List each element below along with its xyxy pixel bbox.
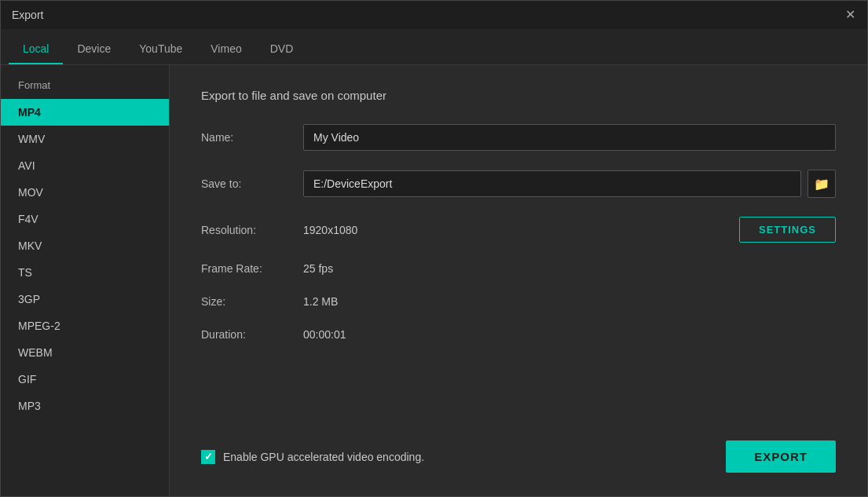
sidebar-header: Format — [1, 79, 169, 99]
save-to-row: Save to: 📁 — [201, 170, 836, 198]
sidebar-item-mp4[interactable]: MP4 — [1, 99, 169, 126]
sidebar-item-mov[interactable]: MOV — [1, 179, 169, 206]
export-button[interactable]: EXPORT — [726, 440, 836, 473]
duration-label: Duration: — [201, 328, 303, 341]
sidebar-item-gif[interactable]: GIF — [1, 366, 169, 393]
gpu-label: Enable GPU accelerated video encoding. — [223, 451, 424, 463]
export-window: Export ✕ Local Device YouTube Vimeo DVD … — [0, 0, 868, 497]
name-label: Name: — [201, 131, 303, 144]
sidebar-item-3gp[interactable]: 3GP — [1, 286, 169, 312]
save-to-control: 📁 — [303, 170, 836, 198]
title-bar: Export ✕ — [1, 1, 867, 29]
sidebar-item-mp3[interactable]: MP3 — [1, 393, 169, 419]
save-to-label: Save to: — [201, 177, 303, 190]
frame-rate-label: Frame Rate: — [201, 262, 303, 275]
sidebar-item-f4v[interactable]: F4V — [1, 206, 169, 232]
duration-control: 00:00:01 — [303, 327, 836, 342]
gpu-row: ✓ Enable GPU accelerated video encoding. — [201, 450, 424, 464]
section-title: Export to file and save on computer — [201, 89, 836, 102]
resolution-value: 1920x1080 — [303, 224, 727, 236]
tab-vimeo[interactable]: Vimeo — [196, 35, 255, 64]
size-value: 1.2 MB — [303, 295, 338, 308]
resolution-label: Resolution: — [201, 224, 303, 236]
tab-dvd[interactable]: DVD — [256, 35, 308, 64]
size-control: 1.2 MB — [303, 294, 836, 309]
folder-icon: 📁 — [814, 177, 830, 192]
size-label: Size: — [201, 295, 303, 308]
sidebar-item-wmv[interactable]: WMV — [1, 126, 169, 152]
name-control — [303, 124, 836, 151]
sidebar-item-webm[interactable]: WEBM — [1, 339, 169, 366]
tab-bar: Local Device YouTube Vimeo DVD — [1, 29, 867, 65]
name-input[interactable] — [303, 124, 836, 151]
footer: ✓ Enable GPU accelerated video encoding.… — [201, 425, 836, 473]
sidebar-item-mkv[interactable]: MKV — [1, 232, 169, 259]
tab-youtube[interactable]: YouTube — [125, 35, 196, 64]
sidebar-item-avi[interactable]: AVI — [1, 152, 169, 179]
sidebar-item-mpeg2[interactable]: MPEG-2 — [1, 312, 169, 339]
tab-device[interactable]: Device — [63, 35, 125, 64]
main-content: Export to file and save on computer Name… — [170, 65, 867, 496]
checkmark-icon: ✓ — [204, 451, 213, 462]
duration-row: Duration: 00:00:01 — [201, 327, 836, 342]
close-button[interactable]: ✕ — [844, 9, 856, 21]
settings-button[interactable]: SETTINGS — [739, 217, 836, 243]
sidebar: Format MP4 WMV AVI MOV F4V MKV TS 3GP MP… — [1, 65, 170, 496]
tab-local[interactable]: Local — [9, 35, 63, 64]
gpu-checkbox[interactable]: ✓ — [201, 450, 215, 464]
window-title: Export — [12, 9, 43, 21]
sidebar-item-ts[interactable]: TS — [1, 259, 169, 286]
save-to-field-group: 📁 — [303, 170, 836, 198]
frame-rate-row: Frame Rate: 25 fps — [201, 261, 836, 276]
duration-value: 00:00:01 — [303, 328, 346, 341]
resolution-row: Resolution: 1920x1080 SETTINGS — [201, 217, 836, 243]
size-row: Size: 1.2 MB — [201, 294, 836, 309]
folder-browse-button[interactable]: 📁 — [808, 170, 836, 198]
resolution-control: 1920x1080 SETTINGS — [303, 217, 836, 243]
content-area: Format MP4 WMV AVI MOV F4V MKV TS 3GP MP… — [1, 65, 867, 496]
frame-rate-value: 25 fps — [303, 262, 333, 275]
name-row: Name: — [201, 124, 836, 151]
resolution-group: 1920x1080 SETTINGS — [303, 217, 836, 243]
save-to-input[interactable] — [303, 170, 801, 197]
frame-rate-control: 25 fps — [303, 261, 836, 276]
